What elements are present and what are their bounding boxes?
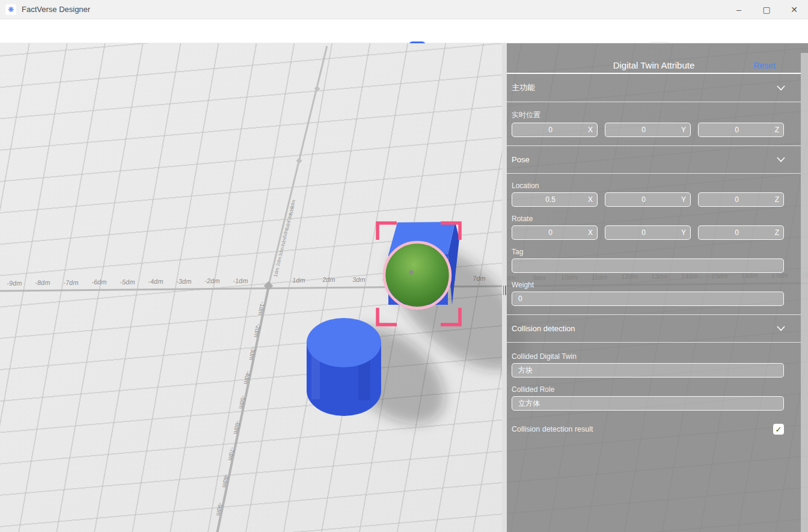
section-header-pose[interactable]: Pose [507, 145, 801, 174]
window-controls: – ▢ ✕ [725, 0, 808, 19]
attribute-panel: Digital Twin Attribute Reset 主功能 实时位置 0X… [507, 43, 808, 532]
rotate-y-input[interactable]: 0Y [605, 225, 691, 240]
close-button[interactable]: ✕ [780, 0, 808, 19]
location-z-input[interactable]: 0Z [698, 192, 784, 207]
collided-twin-label: Collided Digital Twin [512, 352, 796, 361]
collided-role-input[interactable]: 立方体 [512, 396, 784, 411]
location-row: 0.5X 0Y 0Z [512, 192, 784, 207]
toolbar: Playback speed 1 [0, 19, 808, 43]
rotate-x-input[interactable]: 0X [512, 225, 598, 240]
title-bar: ❋ FactVerse Designer – ▢ ✕ [0, 0, 808, 19]
app-logo-icon: ❋ [5, 4, 16, 15]
pivot-point [409, 271, 414, 275]
panel-scrollbar[interactable] [801, 53, 808, 532]
tag-input[interactable] [512, 258, 784, 273]
app-title: FactVerse Designer [22, 5, 90, 14]
splitter-handle-icon[interactable] [503, 286, 506, 295]
location-label: Location [512, 182, 796, 190]
app-window: ❋ FactVerse Designer – ▢ ✕ [0, 0, 808, 532]
weight-label: Weight [512, 281, 796, 289]
location-y-input[interactable]: 0Y [605, 192, 691, 207]
maximize-button[interactable]: ▢ [753, 0, 780, 19]
panel-header: Digital Twin Attribute Reset [507, 43, 801, 74]
collided-twin-input[interactable]: 方块 [512, 363, 784, 378]
collision-result-label: Collision detection result [512, 425, 593, 433]
realtime-y-input[interactable]: 0Y [605, 123, 691, 137]
rotate-row: 0X 0Y 0Z [512, 225, 784, 240]
chevron-down-icon[interactable] [777, 84, 785, 93]
minimize-button[interactable]: – [725, 0, 753, 19]
rotate-z-input[interactable]: 0Z [698, 225, 784, 240]
weight-input[interactable]: 0 [512, 292, 784, 306]
chevron-down-icon[interactable] [777, 324, 785, 333]
section-header-main[interactable]: 主功能 [507, 74, 801, 102]
realtime-z-input[interactable]: 0Z [698, 123, 784, 137]
reset-button[interactable]: Reset [753, 61, 776, 70]
rotate-label: Rotate [512, 215, 796, 223]
section-header-collision[interactable]: Collision detection [507, 314, 801, 343]
realtime-position-row: 0X 0Y 0Z [512, 123, 784, 137]
panel-splitter[interactable] [502, 43, 507, 532]
realtime-x-input[interactable]: 0X [512, 123, 598, 137]
collision-result-checkbox[interactable]: ✓ [773, 424, 784, 435]
chevron-down-icon[interactable] [777, 155, 785, 164]
location-x-input[interactable]: 0.5X [512, 192, 598, 207]
tag-label: Tag [512, 248, 796, 256]
realtime-position-label: 实时位置 [512, 110, 796, 120]
cylinder-object[interactable] [307, 318, 381, 416]
collision-result-row: Collision detection result ✓ [512, 424, 784, 435]
collided-role-label: Collided Role [512, 385, 796, 394]
